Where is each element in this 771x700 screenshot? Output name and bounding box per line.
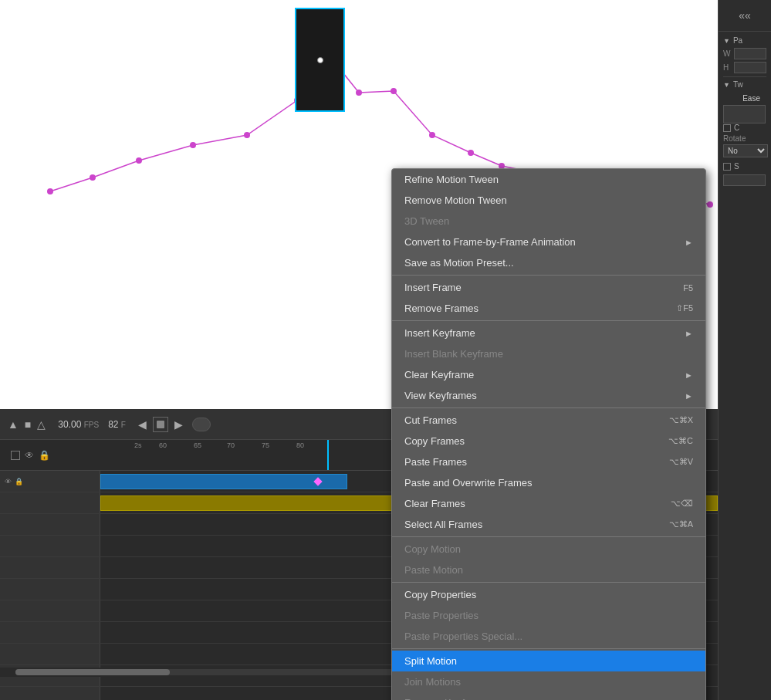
lock-icon[interactable]: 🔒: [39, 450, 50, 461]
ruler-70: 70: [227, 441, 235, 449]
menu-item-split-motion[interactable]: Split Motion: [392, 651, 705, 671]
s-checkbox[interactable]: [723, 163, 731, 171]
width-input[interactable]: [734, 48, 766, 59]
rotate-select[interactable]: No CW CCW: [723, 144, 768, 157]
track-label-empty6: [0, 622, 100, 643]
menu-item-clear-keyframe[interactable]: Clear Keyframe ►: [392, 364, 705, 385]
menu-item-paste-properties-special[interactable]: Paste Properties Special...: [392, 626, 705, 647]
menu-item-label: Convert to Frame-by-Frame Animation: [404, 236, 576, 248]
menu-item-label: Split Motion: [404, 655, 457, 667]
canvas-object[interactable]: [295, 8, 345, 112]
svg-point-9: [468, 150, 474, 156]
shortcut-paste: ⌥⌘V: [669, 457, 693, 467]
menu-item-paste-frames[interactable]: Paste Frames ⌥⌘V: [392, 451, 705, 472]
menu-item-insert-keyframe[interactable]: Insert Keyframe ►: [392, 323, 705, 343]
menu-item-copy-properties[interactable]: Copy Properties: [392, 584, 705, 605]
track-label-empty7: [0, 644, 100, 664]
menu-item-label: Paste and Overwrite Frames: [404, 477, 532, 489]
menu-separator-3: [392, 407, 705, 408]
svg-point-1: [90, 174, 96, 181]
s-input[interactable]: [723, 174, 766, 186]
menu-item-insert-frame[interactable]: Insert Frame F5: [392, 277, 705, 298]
graph-icon[interactable]: △: [37, 418, 46, 431]
submenu-arrow: ►: [685, 370, 693, 380]
layers-icon[interactable]: ■: [25, 418, 31, 431]
svg-point-7: [391, 88, 397, 94]
submenu-arrow: ►: [685, 238, 693, 247]
visibility-icon[interactable]: 👁: [5, 478, 12, 485]
prev-frame-btn[interactable]: ◀: [138, 418, 147, 431]
shortcut-copy: ⌥⌘C: [668, 436, 693, 446]
width-field-row: W: [723, 48, 766, 59]
eye-icon[interactable]: 👁: [25, 450, 34, 461]
svg-point-8: [429, 132, 435, 138]
track-label-empty5: [0, 600, 100, 621]
menu-item-label: 3D Tween: [404, 215, 449, 227]
record-btn[interactable]: [153, 417, 168, 432]
menu-separator-1: [392, 275, 705, 276]
menu-item-insert-blank-keyframe[interactable]: Insert Blank Keyframe: [392, 343, 705, 364]
pa-section-label: Pa: [733, 36, 742, 45]
track-label-empty4: [0, 579, 100, 600]
menu-item-label: Paste Properties: [404, 610, 478, 621]
menu-item-label: Copy Motion: [404, 543, 461, 555]
shortcut-f5: F5: [683, 283, 693, 293]
menu-item-copy-frames[interactable]: Copy Frames ⌥⌘C: [392, 431, 705, 451]
next-frame-btn[interactable]: ▶: [174, 418, 183, 431]
menu-item-label: Paste Motion: [404, 564, 463, 576]
c-checkbox-row: C: [723, 123, 766, 132]
loop-toggle[interactable]: [192, 418, 211, 431]
ruler-65: 65: [194, 441, 201, 449]
ease-display[interactable]: [723, 105, 766, 123]
panel-collapse-icon[interactable]: ««: [719, 0, 771, 31]
ruler-2s: 2s: [134, 441, 142, 449]
scrollbar-thumb[interactable]: [15, 669, 170, 675]
ease-label: Ease: [738, 91, 765, 106]
menu-item-cut-frames[interactable]: Cut Frames ⌥⌘X: [392, 410, 705, 431]
track-icons-layer1: 👁 🔒: [5, 478, 23, 485]
menu-item-label: Refine Motion Tween: [404, 174, 499, 185]
camera-icon[interactable]: ▲: [8, 418, 19, 431]
ruler-60: 60: [159, 441, 167, 449]
frame-unit: F: [121, 421, 126, 429]
menu-item-remove-motion-tween[interactable]: Remove Motion Tween: [392, 190, 705, 211]
menu-item-label: Clear Keyframe: [404, 369, 474, 380]
height-input[interactable]: [734, 62, 766, 73]
svg-point-4: [244, 132, 250, 138]
c-label: C: [734, 123, 739, 132]
submenu-arrow: ►: [685, 391, 693, 401]
c-checkbox[interactable]: [723, 124, 731, 132]
menu-item-copy-motion[interactable]: Copy Motion: [392, 539, 705, 560]
submenu-arrow: ►: [685, 329, 693, 338]
playhead: [327, 440, 329, 470]
menu-item-view-keyframes[interactable]: View Keyframes ►: [392, 385, 705, 406]
height-field-row: H: [723, 62, 766, 73]
menu-item-paste-overwrite[interactable]: Paste and Overwrite Frames: [392, 472, 705, 493]
w-label: W: [723, 49, 734, 58]
menu-item-convert-frame-by-frame[interactable]: Convert to Frame-by-Frame Animation ►: [392, 232, 705, 252]
svg-point-15: [707, 201, 713, 208]
menu-separator-6: [392, 648, 705, 649]
track-label-empty1: [0, 514, 100, 535]
menu-item-3d-tween[interactable]: 3D Tween: [392, 211, 705, 232]
menu-item-reverse-keyframes[interactable]: Reverse Keyframes: [392, 692, 705, 700]
shortcut-select-all: ⌥⌘A: [669, 519, 693, 529]
right-panel: «« ▼ Pa W H ▼ Tw Ease C Rotate: [718, 0, 771, 700]
menu-item-label: Select All Frames: [404, 519, 482, 530]
menu-item-save-motion-preset[interactable]: Save as Motion Preset...: [392, 252, 705, 273]
fps-display: 30.00 FPS: [58, 419, 99, 430]
menu-item-paste-properties[interactable]: Paste Properties: [392, 605, 705, 626]
menu-item-paste-motion[interactable]: Paste Motion: [392, 560, 705, 580]
shortcut-cut: ⌥⌘X: [669, 415, 693, 425]
tw-section-label: Tw: [733, 80, 743, 89]
blue-tween-bar: [100, 474, 347, 489]
lock-icon-layer1[interactable]: 🔒: [15, 478, 23, 485]
menu-item-join-motions[interactable]: Join Motions: [392, 671, 705, 692]
menu-item-remove-frames[interactable]: Remove Frames ⇧F5: [392, 298, 705, 319]
menu-item-refine-motion-tween[interactable]: Refine Motion Tween: [392, 169, 705, 190]
svg-point-0: [47, 188, 53, 194]
menu-item-clear-frames[interactable]: Clear Frames ⌥⌫: [392, 493, 705, 514]
menu-item-label: Paste Properties Special...: [404, 631, 522, 642]
shortcut-clear: ⌥⌫: [671, 499, 693, 509]
menu-item-select-all-frames[interactable]: Select All Frames ⌥⌘A: [392, 514, 705, 535]
